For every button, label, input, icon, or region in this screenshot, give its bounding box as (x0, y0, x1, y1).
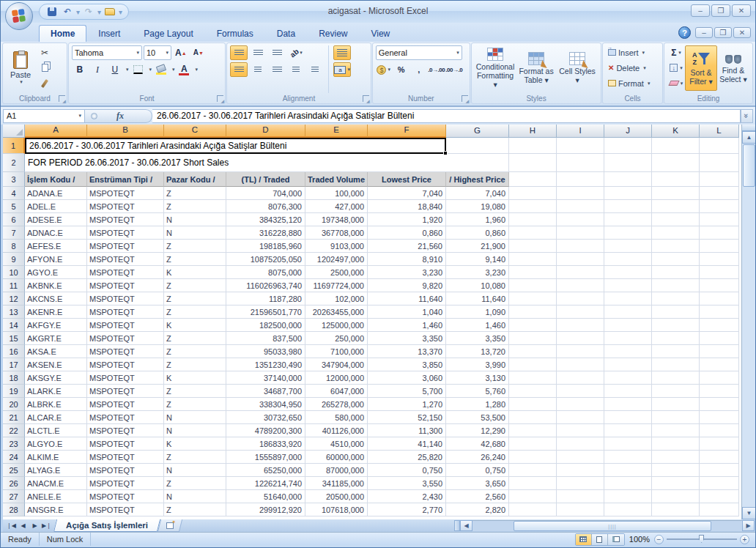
cell-empty[interactable] (700, 371, 739, 385)
shrink-font-button[interactable]: A▼ (190, 45, 207, 60)
cell[interactable]: ANSGR.E (25, 503, 87, 516)
insert-worksheet-button[interactable] (158, 519, 182, 532)
cell[interactable]: MSPOTEQT (87, 226, 164, 240)
row-header-1[interactable]: 1 (3, 138, 25, 154)
cell[interactable]: 367708,000 (305, 226, 368, 240)
scroll-left-button[interactable]: ◀ (460, 520, 472, 531)
cell-empty[interactable] (604, 411, 652, 424)
cell-empty[interactable] (652, 279, 700, 292)
cell-empty[interactable] (509, 279, 557, 292)
restore-button[interactable]: ❐ (711, 4, 730, 17)
cell-empty[interactable] (557, 187, 604, 200)
tab-home[interactable]: Home (39, 25, 86, 42)
font-color-dropdown[interactable]: ▾ (195, 67, 198, 73)
cell[interactable]: ANACM.E (25, 477, 87, 490)
cell-empty[interactable] (700, 200, 739, 213)
cell-empty[interactable] (557, 464, 604, 477)
cell[interactable]: 4510,000 (305, 437, 368, 451)
zoom-out-button[interactable]: − (654, 535, 664, 544)
cell-empty[interactable] (509, 371, 557, 385)
cell-empty[interactable] (700, 172, 739, 187)
cell[interactable]: 10875205,050 (226, 253, 305, 266)
cell[interactable]: 19,080 (446, 200, 509, 213)
cell-empty[interactable] (652, 319, 700, 332)
cell[interactable]: 7,040 (446, 187, 509, 200)
cell-empty[interactable] (700, 213, 739, 226)
last-sheet-button[interactable]: ▶❘ (41, 521, 52, 531)
cell[interactable]: ADANA.E (25, 187, 87, 200)
cell[interactable]: 347904,000 (305, 358, 368, 371)
cell-empty[interactable] (509, 172, 557, 187)
cell[interactable]: 2,560 (446, 490, 509, 503)
cell[interactable]: 60000,000 (305, 451, 368, 464)
cell-empty[interactable] (700, 490, 739, 503)
cell-empty[interactable] (509, 451, 557, 464)
cell[interactable]: MSPOTEQT (87, 451, 164, 464)
cell[interactable]: ADEL.E (25, 200, 87, 213)
cell-empty[interactable] (557, 240, 604, 253)
cell-empty[interactable] (700, 477, 739, 490)
cell-empty[interactable] (509, 200, 557, 213)
cell[interactable]: 1,090 (446, 306, 509, 319)
cell[interactable]: 3,230 (368, 266, 446, 279)
cell-empty[interactable] (604, 253, 652, 266)
cell[interactable]: AKENR.E (25, 306, 87, 319)
fill-handle[interactable] (443, 151, 448, 155)
cell-empty[interactable] (700, 253, 739, 266)
orientation-button[interactable]: ab▾ (287, 45, 305, 60)
cell[interactable]: K (164, 437, 226, 451)
cell-empty[interactable] (604, 332, 652, 345)
cell[interactable]: K (164, 266, 226, 279)
cell[interactable]: MSPOTEQT (87, 213, 164, 226)
clear-button[interactable]: ▾ (667, 76, 685, 90)
cell[interactable]: AEFES.E (25, 240, 87, 253)
cell-empty[interactable] (700, 424, 739, 437)
redo-dropdown[interactable]: ▾ (97, 8, 101, 16)
cell-empty[interactable] (509, 490, 557, 503)
cell[interactable]: 316228,880 (226, 226, 305, 240)
cell-a2[interactable]: FOR PERIOD 26.06.2017 - 30.06.2017 Short… (25, 154, 446, 172)
font-size-select[interactable]: 10▾ (144, 45, 171, 60)
zoom-thumb[interactable] (699, 535, 704, 543)
cell[interactable]: Z (164, 332, 226, 345)
cell-empty[interactable] (446, 138, 509, 154)
row-header-15[interactable]: 15 (3, 332, 25, 345)
cell-empty[interactable] (700, 292, 739, 306)
cell[interactable]: 11697724,000 (305, 279, 368, 292)
cell[interactable]: 87000,000 (305, 464, 368, 477)
cell-empty[interactable] (652, 226, 700, 240)
cell[interactable]: 12,290 (446, 424, 509, 437)
fill-button[interactable]: ↓▾ (667, 61, 685, 75)
column-header-E[interactable]: E (305, 125, 368, 138)
cell[interactable]: Z (164, 279, 226, 292)
cell-empty[interactable] (509, 332, 557, 345)
column-header-C[interactable]: C (164, 125, 226, 138)
minimize-button[interactable]: – (691, 4, 710, 17)
align-middle-button[interactable] (249, 45, 267, 60)
increase-indent-button[interactable] (306, 62, 324, 77)
cell[interactable]: K (164, 319, 226, 332)
underline-dropdown[interactable]: ▾ (126, 67, 129, 73)
cell-empty[interactable] (557, 266, 604, 279)
cell-empty[interactable] (557, 226, 604, 240)
cell[interactable]: N (164, 411, 226, 424)
cell-empty[interactable] (700, 437, 739, 451)
cell[interactable]: 2500,000 (305, 266, 368, 279)
column-header-G[interactable]: G (446, 125, 509, 138)
number-format-select[interactable]: General▾ (376, 45, 462, 60)
cell[interactable]: MSPOTEQT (87, 253, 164, 266)
sort-filter-button[interactable]: AZ Sort & Filter ▾ (685, 45, 717, 91)
cell[interactable]: Z (164, 385, 226, 398)
cell[interactable]: 5,760 (446, 385, 509, 398)
cell[interactable]: 20500,000 (305, 490, 368, 503)
cell[interactable]: Z (164, 345, 226, 358)
cell-empty[interactable] (652, 464, 700, 477)
font-dialog-launcher[interactable] (217, 95, 223, 102)
cell[interactable]: 30732,650 (226, 411, 305, 424)
cell-empty[interactable] (604, 437, 652, 451)
column-header-A[interactable]: A (25, 125, 87, 138)
row-header-19[interactable]: 19 (3, 385, 25, 398)
cell[interactable]: 3,230 (446, 266, 509, 279)
cell[interactable]: 6047,000 (305, 385, 368, 398)
cell[interactable]: 21,900 (446, 240, 509, 253)
